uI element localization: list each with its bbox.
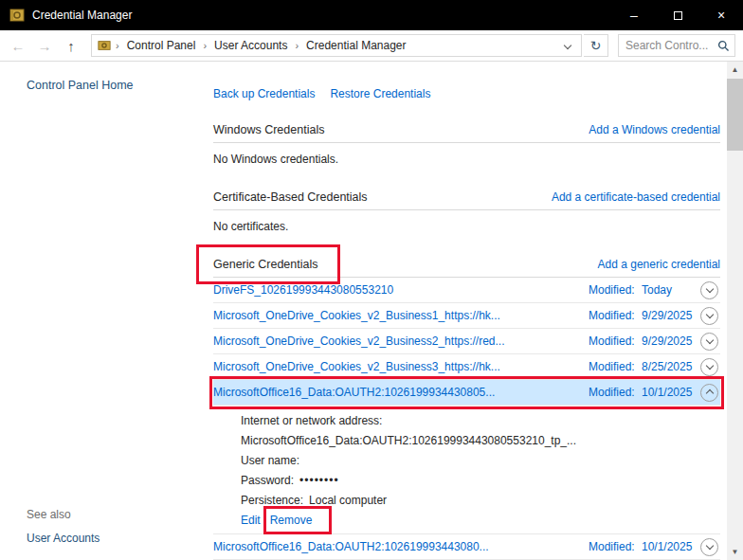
sidebar: Control Panel Home See also User Account… (0, 62, 199, 560)
maximize-icon (674, 11, 682, 20)
main-panel: Back up Credentials Restore Credentials … (213, 62, 720, 560)
expand-chevron-down-icon[interactable] (700, 307, 718, 325)
minimize-button[interactable]: – (612, 0, 656, 30)
expand-chevron-down-icon[interactable] (700, 333, 718, 351)
persistence-value: Local computer (309, 494, 387, 507)
credential-actions: Back up Credentials Restore Credentials (213, 87, 720, 100)
credential-row[interactable]: Microsoft_OneDrive_Cookies_v2_Business3_… (213, 354, 720, 380)
credential-name-link[interactable]: Microsoft_OneDrive_Cookies_v2_Business3_… (213, 360, 589, 373)
section-title: Certificate-Based Credentials (213, 190, 368, 204)
credential-name-link[interactable]: MicrosoftOffice16_Data:OAUTH2:1026199934… (213, 386, 589, 399)
credential-row[interactable]: DriveFS_102619993443080553210 Modified: … (213, 278, 720, 303)
persistence-line: Persistence:Local computer (241, 493, 720, 509)
add-certificate-credential-link[interactable]: Add a certificate-based credential (552, 190, 720, 204)
up-icon[interactable]: ↑ (59, 33, 83, 58)
content-area: Control Panel Home See also User Account… (0, 62, 743, 560)
search-icon[interactable] (717, 40, 730, 52)
scroll-up-icon[interactable]: ▲ (727, 62, 743, 78)
vertical-scrollbar[interactable]: ▲ ▼ (727, 62, 743, 560)
refresh-icon[interactable]: ↻ (584, 34, 608, 57)
password-label: Password: (241, 474, 294, 487)
credential-row[interactable]: Microsoft_OneDrive_Cookies_v2_Business2_… (213, 329, 720, 354)
password-line: Password:•••••••• (241, 473, 720, 489)
modified-label: Modified: (589, 309, 642, 322)
add-windows-credential-link[interactable]: Add a Windows credential (589, 123, 720, 136)
modified-date: Today (642, 283, 697, 297)
username-label: User name: (241, 453, 720, 469)
add-generic-credential-link[interactable]: Add a generic credential (598, 258, 720, 271)
expand-chevron-down-icon[interactable] (700, 281, 718, 299)
edit-link[interactable]: Edit (241, 513, 261, 529)
credential-name-link[interactable]: MicrosoftOffice16_Data:OAUTH2:1026199934… (213, 540, 589, 553)
section-title: Windows Credentials (213, 123, 324, 136)
credential-name-link[interactable]: Microsoft_OneDrive_Cookies_v2_Business1_… (213, 309, 589, 322)
modified-date: 9/29/2025 (642, 309, 697, 322)
certificate-credentials-header: Certificate-Based Credentials Add a cert… (213, 190, 720, 210)
credential-name-link[interactable]: Microsoft_OneDrive_Cookies_v2_Business2_… (213, 334, 589, 348)
address-label: Internet or network address: (241, 413, 720, 429)
credential-manager-icon (9, 8, 25, 23)
password-value: •••••••• (299, 474, 339, 487)
restore-credentials-link[interactable]: Restore Credentials (330, 87, 430, 100)
address-value: MicrosoftOffice16_Data:OAUTH2:1026199934… (241, 433, 720, 449)
modified-date: 8/25/2025 (642, 360, 697, 373)
see-also-label: See also (27, 508, 71, 521)
collapse-chevron-up-icon[interactable] (700, 384, 718, 402)
windows-credentials-header: Windows Credentials Add a Windows creden… (213, 123, 720, 143)
modified-label: Modified: (589, 540, 642, 553)
breadcrumb: › Control Panel › User Accounts › Creden… (91, 34, 582, 57)
modified-label: Modified: (589, 334, 642, 348)
search-box (618, 34, 735, 57)
title-bar: Credential Manager – × (0, 0, 743, 30)
expand-chevron-down-icon[interactable] (700, 358, 718, 376)
sidebar-item-control-panel-home[interactable]: Control Panel Home (27, 79, 134, 92)
windows-credentials-empty: No Windows credentials. (213, 153, 720, 166)
modified-date: 9/29/2025 (642, 334, 697, 348)
back-icon[interactable]: ← (6, 33, 30, 58)
modified-label: Modified: (589, 386, 642, 399)
credential-row-selected[interactable]: MicrosoftOffice16_Data:OAUTH2:1026199934… (213, 380, 720, 406)
modified-date: 10/1/2025 (642, 386, 697, 399)
search-input[interactable] (625, 39, 717, 52)
remove-link[interactable]: Remove (270, 513, 313, 529)
breadcrumb-item-control-panel[interactable]: Control Panel (120, 39, 203, 52)
scrollbar-thumb[interactable] (727, 79, 743, 151)
section-title: Generic Credentials (213, 258, 317, 271)
close-button[interactable]: × (699, 0, 743, 30)
breadcrumb-item-credential-manager[interactable]: Credential Manager (299, 39, 412, 52)
forward-icon[interactable]: → (32, 33, 57, 58)
chevron-down-icon[interactable] (558, 35, 577, 56)
generic-credentials-header: Generic Credentials Add a generic creden… (213, 258, 720, 278)
window-title: Credential Manager (32, 9, 612, 22)
modified-date: 10/1/2025 (642, 540, 697, 553)
credential-details: Internet or network address: MicrosoftOf… (213, 406, 720, 534)
scroll-down-icon[interactable]: ▼ (727, 544, 743, 560)
credential-row[interactable]: MicrosoftOffice16_Data:OAUTH2:1026199934… (213, 534, 720, 560)
modified-label: Modified: (589, 360, 642, 373)
backup-credentials-link[interactable]: Back up Credentials (213, 87, 315, 100)
navigation-bar: ← → ↑ › Control Panel › User Accounts › … (0, 30, 743, 62)
modified-label: Modified: (589, 283, 642, 297)
maximize-button[interactable] (656, 0, 699, 30)
credential-row[interactable]: Microsoft_OneDrive_Cookies_v2_Business1_… (213, 303, 720, 329)
certificate-credentials-empty: No certificates. (213, 220, 720, 233)
persistence-label: Persistence: (241, 494, 303, 507)
credential-name-link[interactable]: DriveFS_102619993443080553210 (213, 283, 589, 297)
expand-chevron-down-icon[interactable] (700, 538, 718, 556)
detail-links: Edit Remove (241, 513, 720, 529)
credential-manager-window: Credential Manager – × ← → ↑ › Control P… (0, 0, 743, 560)
breadcrumb-item-user-accounts[interactable]: User Accounts (208, 39, 294, 52)
control-panel-icon[interactable] (98, 39, 111, 52)
sidebar-item-user-accounts[interactable]: User Accounts (27, 532, 100, 545)
